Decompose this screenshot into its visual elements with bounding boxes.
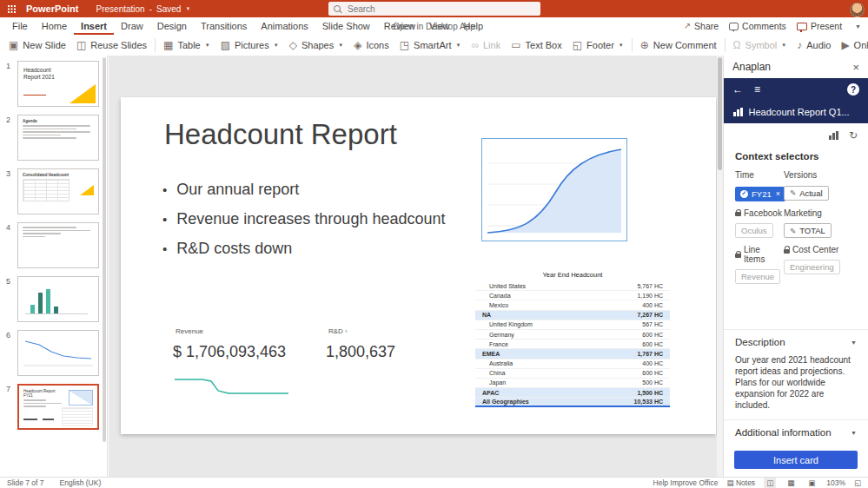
- slide-number: 3: [6, 169, 10, 178]
- revenue-kpi-card[interactable]: Revenue $ 1,706,093,463: [173, 327, 290, 399]
- back-icon[interactable]: ←: [732, 84, 743, 95]
- versions-chip[interactable]: ✎ Actual: [784, 186, 829, 201]
- bullet-text: Our annual report: [176, 181, 299, 199]
- slide-body-text[interactable]: • Our annual report • Revenue increases …: [162, 181, 445, 269]
- slide-title[interactable]: Headcount Report: [164, 118, 397, 151]
- description-section-toggle[interactable]: Description ▼: [724, 330, 868, 354]
- pictures-icon: ▨: [221, 40, 230, 50]
- insert-toolbar: ▣ New Slide ◫ Reuse Slides ▦ Table ▼ ▨ P…: [0, 35, 868, 56]
- view-normal-button[interactable]: ◫: [764, 478, 776, 488]
- view-slide-show-button[interactable]: ▣: [805, 478, 818, 488]
- document-title[interactable]: Presentation: [96, 4, 145, 14]
- chevron-right-icon: ›: [345, 327, 348, 335]
- present-button[interactable]: Present: [797, 21, 842, 31]
- help-improve-office-link[interactable]: Help Improve Office: [653, 478, 719, 488]
- waffle-icon: [8, 5, 16, 13]
- headcount-chart-card[interactable]: [481, 138, 627, 241]
- icons-button[interactable]: ◈ Icons: [348, 36, 394, 55]
- slide-thumbnail-1[interactable]: Headcount Report 2021: [17, 61, 99, 107]
- marketing-chip[interactable]: ✎ TOTAL: [784, 223, 832, 238]
- area-line-chart: [482, 139, 626, 241]
- triangle-shape: [70, 84, 96, 103]
- tab-animations[interactable]: Animations: [254, 17, 315, 35]
- slide-number: 5: [6, 277, 10, 286]
- fit-slide-icon[interactable]: ◱: [854, 478, 861, 488]
- time-chip[interactable]: ✓ FY21 ×: [735, 187, 785, 201]
- slide-number: 7: [6, 385, 10, 393]
- slide-thumbnail-6[interactable]: [17, 330, 99, 376]
- close-icon[interactable]: ×: [852, 62, 859, 73]
- slide-thumbnail-4[interactable]: [17, 222, 99, 268]
- pictures-button[interactable]: ▨ Pictures ▼: [215, 36, 284, 55]
- reuse-slides-button[interactable]: ◫ Reuse Slides: [71, 36, 152, 55]
- table-row: Australia400 HC: [475, 359, 670, 369]
- share-button[interactable]: ↗ Share: [684, 21, 719, 31]
- help-icon[interactable]: ?: [847, 83, 859, 96]
- app-launcher-button[interactable]: [0, 0, 23, 17]
- search-icon: [334, 5, 341, 12]
- smartart-icon: ◳: [400, 40, 409, 50]
- additional-info-section-toggle[interactable]: Additional information ▼: [724, 420, 868, 445]
- chevron-down-icon: ▼: [205, 43, 210, 48]
- remove-icon[interactable]: ×: [776, 189, 780, 198]
- notes-toggle[interactable]: ▤ Notes: [727, 478, 756, 488]
- thumbnails-scrollbar[interactable]: [103, 57, 106, 475]
- slide-thumbnail-3[interactable]: Consolidated Headcount: [17, 168, 99, 214]
- online-video-button[interactable]: ▶ Online Video: [836, 36, 868, 55]
- toolbar-separator: [155, 38, 156, 52]
- tab-file[interactable]: File: [5, 17, 35, 35]
- saved-status[interactable]: Saved: [156, 4, 181, 14]
- card-title[interactable]: Headcount Report Q1...: [749, 107, 850, 117]
- slide-7-canvas[interactable]: Headcount Report • Our annual report • R…: [121, 97, 716, 434]
- language-button[interactable]: English (UK): [60, 478, 102, 488]
- menu-icon[interactable]: ≡: [754, 84, 760, 95]
- symbol-button: Ω Symbol ▼: [728, 36, 792, 55]
- table-row: France600 HC: [475, 340, 670, 349]
- insert-card-button[interactable]: Insert card: [734, 451, 858, 469]
- new-slide-button[interactable]: ▣ New Slide: [3, 36, 71, 55]
- status-bar: Slide 7 of 7 English (UK) Help Improve O…: [0, 477, 868, 488]
- slide-thumbnail-7-selected[interactable]: Headcount Report FY21: [17, 384, 99, 430]
- new-comment-button[interactable]: ⊕ New Comment: [635, 36, 722, 55]
- headcount-table-card[interactable]: Year End Headcount United States5,767 HC…: [475, 268, 670, 407]
- ribbon-options-chevron-icon[interactable]: ▼: [852, 23, 864, 30]
- view-slide-sorter-button[interactable]: ▦: [785, 478, 797, 488]
- tab-transitions[interactable]: Transitions: [194, 17, 254, 35]
- smartart-button[interactable]: ◳ SmartArt ▼: [394, 36, 467, 55]
- app-name[interactable]: PowerPoint: [26, 3, 79, 14]
- footer-button[interactable]: ◱ Footer ▼: [567, 36, 629, 55]
- open-in-desktop-button[interactable]: Open in Desktop App: [393, 17, 475, 35]
- comments-button[interactable]: Comments: [729, 21, 786, 31]
- table-button[interactable]: ▦ Table ▼: [158, 36, 215, 55]
- table-title: Year End Headcount: [475, 268, 670, 281]
- slide-thumbnail-2[interactable]: Agenda: [17, 115, 99, 161]
- canvas-scrollbar[interactable]: [717, 56, 723, 477]
- shapes-button[interactable]: ◇ Shapes ▼: [284, 36, 349, 55]
- tab-design[interactable]: Design: [150, 17, 194, 35]
- tab-slide-show[interactable]: Slide Show: [315, 17, 377, 35]
- search-input[interactable]: [346, 3, 535, 15]
- audio-button[interactable]: ♪ Audio: [792, 36, 836, 55]
- refresh-icon[interactable]: ↻: [849, 130, 858, 141]
- avatar[interactable]: [850, 3, 865, 17]
- table-row-group: NA7,267 HC: [475, 311, 670, 320]
- selector-label-cost-center: Cost Center: [784, 245, 857, 254]
- table-row: United States5,767 HC: [475, 281, 670, 291]
- anaplan-header: ← ≡ ? Headcount Report Q1...: [724, 78, 868, 123]
- new-comment-icon: ⊕: [640, 40, 649, 50]
- zoom-level[interactable]: 103%: [826, 478, 845, 488]
- chevron-down-icon: ▼: [851, 340, 857, 346]
- editing-canvas: Headcount Report • Our annual report • R…: [109, 56, 723, 477]
- toolbar-label: Reuse Slides: [90, 40, 147, 50]
- card-preview-icon[interactable]: [829, 131, 838, 140]
- slide-thumbnail-5[interactable]: [17, 276, 99, 322]
- search-bar[interactable]: [328, 2, 540, 16]
- text-box-button[interactable]: ▭ Text Box: [506, 36, 567, 55]
- tab-draw[interactable]: Draw: [114, 17, 150, 35]
- triangle-shape: [80, 185, 94, 195]
- new-slide-icon: ▣: [9, 40, 18, 50]
- chevron-down-icon: ▼: [455, 43, 461, 48]
- tab-insert[interactable]: Insert: [74, 17, 114, 35]
- rd-kpi-card[interactable]: R&D › 1,800,637: [326, 327, 395, 361]
- tab-home[interactable]: Home: [35, 17, 74, 35]
